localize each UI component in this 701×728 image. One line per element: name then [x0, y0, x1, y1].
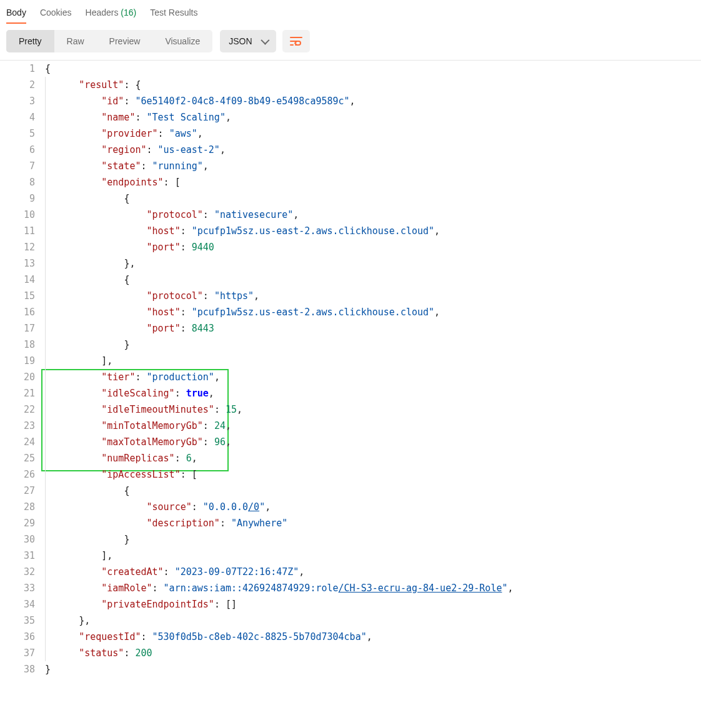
code-line: 16 "host": "pcufp1w5sz.us-east-2.aws.cli… — [0, 304, 701, 320]
code-line: 26 "ipAccessList": [ — [0, 466, 701, 483]
code-line: 8 "endpoints": [ — [0, 174, 701, 190]
code-content: ], — [45, 548, 701, 564]
code-content: "status": 200 — [45, 645, 701, 661]
code-content: "idleTimeoutMinutes": 15, — [45, 401, 701, 418]
code-content: } — [45, 337, 701, 353]
code-line: 35 }, — [0, 612, 701, 629]
code-content: "protocol": "nativesecure", — [45, 207, 701, 223]
code-content: "host": "pcufp1w5sz.us-east-2.aws.clickh… — [45, 223, 701, 239]
code-line: 18 } — [0, 337, 701, 353]
code-content: "name": "Test Scaling", — [45, 109, 701, 125]
code-line: 23 "minTotalMemoryGb": 24, — [0, 418, 701, 434]
code-line: 32 "createdAt": "2023-09-07T22:16:47Z", — [0, 564, 701, 580]
line-number: 14 — [0, 272, 45, 288]
code-content: "source": "0.0.0.0/0", — [45, 499, 701, 515]
line-number: 19 — [0, 353, 45, 369]
code-line: 11 "host": "pcufp1w5sz.us-east-2.aws.cli… — [0, 223, 701, 239]
line-number: 26 — [0, 466, 45, 483]
tab-body[interactable]: Body — [6, 4, 26, 24]
line-number: 16 — [0, 304, 45, 320]
code-content: }, — [45, 255, 701, 272]
code-line: 17 "port": 8443 — [0, 320, 701, 337]
code-content: "port": 9440 — [45, 239, 701, 255]
line-number: 4 — [0, 109, 45, 125]
line-number: 23 — [0, 418, 45, 434]
code-line: 1{ — [0, 61, 701, 77]
view-pretty-button[interactable]: Pretty — [6, 30, 54, 52]
code-line: 19 ], — [0, 353, 701, 369]
code-content: "ipAccessList": [ — [45, 466, 701, 483]
code-line: 36 "requestId": "530f0d5b-c8eb-402c-8825… — [0, 629, 701, 645]
code-content: "id": "6e5140f2-04c8-4f09-8b49-e5498ca95… — [45, 93, 701, 109]
line-number: 31 — [0, 548, 45, 564]
code-content: } — [45, 661, 701, 677]
line-number: 32 — [0, 564, 45, 580]
line-number: 35 — [0, 612, 45, 629]
code-content: } — [45, 531, 701, 548]
line-number: 8 — [0, 174, 45, 190]
line-number: 28 — [0, 499, 45, 515]
wrap-lines-button[interactable] — [282, 30, 310, 52]
line-number: 20 — [0, 369, 45, 385]
tab-cookies[interactable]: Cookies — [40, 4, 72, 24]
view-raw-button[interactable]: Raw — [54, 30, 97, 52]
code-line: 5 "provider": "aws", — [0, 125, 701, 142]
line-number: 3 — [0, 93, 45, 109]
code-content: "requestId": "530f0d5b-c8eb-402c-8825-5b… — [45, 629, 701, 645]
line-number: 7 — [0, 158, 45, 174]
code-content: "state": "running", — [45, 158, 701, 174]
view-visualize-button[interactable]: Visualize — [152, 30, 212, 52]
code-line: 30 } — [0, 531, 701, 548]
code-line: 2 "result": { — [0, 77, 701, 93]
code-line: 6 "region": "us-east-2", — [0, 142, 701, 158]
code-line: 13 }, — [0, 255, 701, 272]
code-content: "minTotalMemoryGb": 24, — [45, 418, 701, 434]
line-number: 12 — [0, 239, 45, 255]
code-line: 25 "numReplicas": 6, — [0, 450, 701, 466]
line-number: 9 — [0, 190, 45, 207]
code-line: 14 { — [0, 272, 701, 288]
code-line: 33 "iamRole": "arn:aws:iam::426924874929… — [0, 580, 701, 596]
tab-headers[interactable]: Headers (16) — [86, 4, 137, 24]
code-line: 7 "state": "running", — [0, 158, 701, 174]
code-line: 31 ], — [0, 548, 701, 564]
code-line: 21 "idleScaling": true, — [0, 385, 701, 401]
code-content: }, — [45, 612, 701, 629]
chevron-down-icon — [261, 36, 269, 45]
wrap-icon — [290, 36, 302, 46]
tab-headers-count: (16) — [121, 7, 136, 17]
line-number: 21 — [0, 385, 45, 401]
format-dropdown-label: JSON — [229, 36, 252, 46]
code-content: "host": "pcufp1w5sz.us-east-2.aws.clickh… — [45, 304, 701, 320]
line-number: 36 — [0, 629, 45, 645]
code-content: "protocol": "https", — [45, 288, 701, 304]
code-content: "numReplicas": 6, — [45, 450, 701, 466]
code-content: "iamRole": "arn:aws:iam::426924874929:ro… — [45, 580, 701, 596]
code-content: { — [45, 190, 701, 207]
code-line: 28 "source": "0.0.0.0/0", — [0, 499, 701, 515]
code-content: "createdAt": "2023-09-07T22:16:47Z", — [45, 564, 701, 580]
line-number: 25 — [0, 450, 45, 466]
code-content: "result": { — [45, 77, 701, 93]
line-number: 34 — [0, 596, 45, 612]
code-line: 15 "protocol": "https", — [0, 288, 701, 304]
code-content: { — [45, 61, 701, 77]
code-line: 37 "status": 200 — [0, 645, 701, 661]
code-line: 4 "name": "Test Scaling", — [0, 109, 701, 125]
code-line: 3 "id": "6e5140f2-04c8-4f09-8b49-e5498ca… — [0, 93, 701, 109]
view-preview-button[interactable]: Preview — [97, 30, 153, 52]
code-content: ], — [45, 353, 701, 369]
response-controls: Pretty Raw Preview Visualize JSON — [0, 24, 701, 60]
line-number: 6 — [0, 142, 45, 158]
code-content: "region": "us-east-2", — [45, 142, 701, 158]
code-content: "provider": "aws", — [45, 125, 701, 142]
tab-test-results[interactable]: Test Results — [150, 4, 197, 24]
code-line: 22 "idleTimeoutMinutes": 15, — [0, 401, 701, 418]
response-body-code[interactable]: 1{2 "result": {3 "id": "6e5140f2-04c8-4f… — [0, 60, 701, 677]
format-dropdown[interactable]: JSON — [220, 30, 276, 52]
code-line: 9 { — [0, 190, 701, 207]
code-content: "idleScaling": true, — [45, 385, 701, 401]
code-content: "maxTotalMemoryGb": 96, — [45, 434, 701, 450]
code-content: "privateEndpointIds": [] — [45, 596, 701, 612]
code-line: 27 { — [0, 483, 701, 499]
